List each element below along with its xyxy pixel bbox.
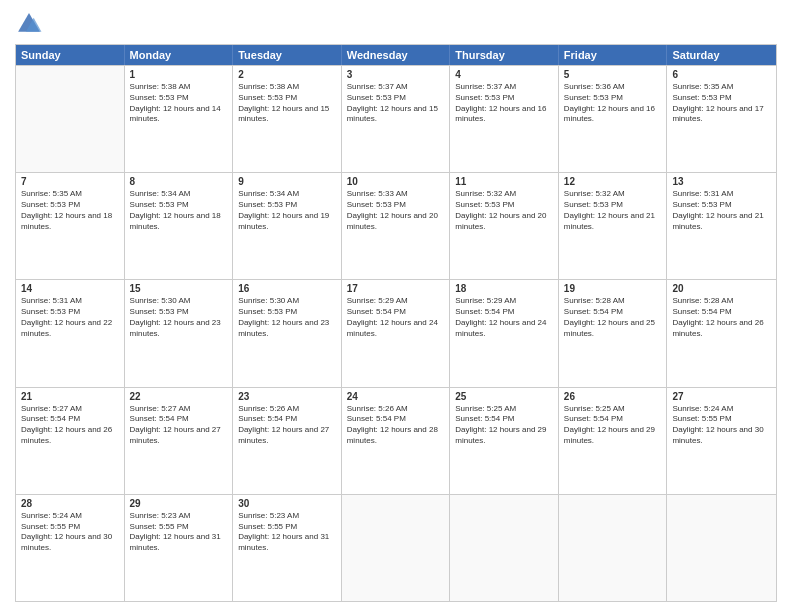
day-cell-8: 8Sunrise: 5:34 AMSunset: 5:53 PMDaylight… xyxy=(125,173,234,279)
day-cell-1: 1Sunrise: 5:38 AMSunset: 5:53 PMDaylight… xyxy=(125,66,234,172)
week-row-5: 28Sunrise: 5:24 AMSunset: 5:55 PMDayligh… xyxy=(16,494,776,601)
day-cell-24: 24Sunrise: 5:26 AMSunset: 5:54 PMDayligh… xyxy=(342,388,451,494)
day-cell-28: 28Sunrise: 5:24 AMSunset: 5:55 PMDayligh… xyxy=(16,495,125,601)
calendar: SundayMondayTuesdayWednesdayThursdayFrid… xyxy=(15,44,777,602)
day-number: 7 xyxy=(21,176,119,187)
day-number: 14 xyxy=(21,283,119,294)
day-cell-29: 29Sunrise: 5:23 AMSunset: 5:55 PMDayligh… xyxy=(125,495,234,601)
day-number: 30 xyxy=(238,498,336,509)
day-number: 4 xyxy=(455,69,553,80)
day-info: Sunrise: 5:23 AMSunset: 5:55 PMDaylight:… xyxy=(130,511,228,554)
day-info: Sunrise: 5:24 AMSunset: 5:55 PMDaylight:… xyxy=(672,404,771,447)
day-cell-23: 23Sunrise: 5:26 AMSunset: 5:54 PMDayligh… xyxy=(233,388,342,494)
day-number: 2 xyxy=(238,69,336,80)
week-row-2: 7Sunrise: 5:35 AMSunset: 5:53 PMDaylight… xyxy=(16,172,776,279)
week-row-1: 1Sunrise: 5:38 AMSunset: 5:53 PMDaylight… xyxy=(16,65,776,172)
day-number: 3 xyxy=(347,69,445,80)
week-row-3: 14Sunrise: 5:31 AMSunset: 5:53 PMDayligh… xyxy=(16,279,776,386)
day-info: Sunrise: 5:23 AMSunset: 5:55 PMDaylight:… xyxy=(238,511,336,554)
day-cell-16: 16Sunrise: 5:30 AMSunset: 5:53 PMDayligh… xyxy=(233,280,342,386)
empty-cell xyxy=(559,495,668,601)
day-number: 21 xyxy=(21,391,119,402)
day-cell-13: 13Sunrise: 5:31 AMSunset: 5:53 PMDayligh… xyxy=(667,173,776,279)
header-day-thursday: Thursday xyxy=(450,45,559,65)
day-cell-5: 5Sunrise: 5:36 AMSunset: 5:53 PMDaylight… xyxy=(559,66,668,172)
day-info: Sunrise: 5:35 AMSunset: 5:53 PMDaylight:… xyxy=(672,82,771,125)
day-number: 24 xyxy=(347,391,445,402)
day-cell-25: 25Sunrise: 5:25 AMSunset: 5:54 PMDayligh… xyxy=(450,388,559,494)
day-cell-10: 10Sunrise: 5:33 AMSunset: 5:53 PMDayligh… xyxy=(342,173,451,279)
day-number: 13 xyxy=(672,176,771,187)
day-cell-4: 4Sunrise: 5:37 AMSunset: 5:53 PMDaylight… xyxy=(450,66,559,172)
day-number: 20 xyxy=(672,283,771,294)
day-number: 12 xyxy=(564,176,662,187)
empty-cell xyxy=(16,66,125,172)
day-info: Sunrise: 5:34 AMSunset: 5:53 PMDaylight:… xyxy=(238,189,336,232)
empty-cell xyxy=(667,495,776,601)
day-info: Sunrise: 5:25 AMSunset: 5:54 PMDaylight:… xyxy=(564,404,662,447)
header-day-saturday: Saturday xyxy=(667,45,776,65)
day-number: 10 xyxy=(347,176,445,187)
day-info: Sunrise: 5:25 AMSunset: 5:54 PMDaylight:… xyxy=(455,404,553,447)
day-info: Sunrise: 5:29 AMSunset: 5:54 PMDaylight:… xyxy=(347,296,445,339)
day-info: Sunrise: 5:30 AMSunset: 5:53 PMDaylight:… xyxy=(238,296,336,339)
day-cell-27: 27Sunrise: 5:24 AMSunset: 5:55 PMDayligh… xyxy=(667,388,776,494)
day-cell-6: 6Sunrise: 5:35 AMSunset: 5:53 PMDaylight… xyxy=(667,66,776,172)
day-cell-3: 3Sunrise: 5:37 AMSunset: 5:53 PMDaylight… xyxy=(342,66,451,172)
day-number: 23 xyxy=(238,391,336,402)
day-number: 6 xyxy=(672,69,771,80)
day-info: Sunrise: 5:34 AMSunset: 5:53 PMDaylight:… xyxy=(130,189,228,232)
day-info: Sunrise: 5:27 AMSunset: 5:54 PMDaylight:… xyxy=(130,404,228,447)
day-info: Sunrise: 5:27 AMSunset: 5:54 PMDaylight:… xyxy=(21,404,119,447)
header-day-sunday: Sunday xyxy=(16,45,125,65)
day-cell-2: 2Sunrise: 5:38 AMSunset: 5:53 PMDaylight… xyxy=(233,66,342,172)
day-info: Sunrise: 5:24 AMSunset: 5:55 PMDaylight:… xyxy=(21,511,119,554)
day-cell-21: 21Sunrise: 5:27 AMSunset: 5:54 PMDayligh… xyxy=(16,388,125,494)
day-cell-14: 14Sunrise: 5:31 AMSunset: 5:53 PMDayligh… xyxy=(16,280,125,386)
day-number: 9 xyxy=(238,176,336,187)
header-day-wednesday: Wednesday xyxy=(342,45,451,65)
day-info: Sunrise: 5:28 AMSunset: 5:54 PMDaylight:… xyxy=(672,296,771,339)
day-number: 29 xyxy=(130,498,228,509)
day-info: Sunrise: 5:33 AMSunset: 5:53 PMDaylight:… xyxy=(347,189,445,232)
week-row-4: 21Sunrise: 5:27 AMSunset: 5:54 PMDayligh… xyxy=(16,387,776,494)
day-cell-20: 20Sunrise: 5:28 AMSunset: 5:54 PMDayligh… xyxy=(667,280,776,386)
day-number: 27 xyxy=(672,391,771,402)
day-cell-11: 11Sunrise: 5:32 AMSunset: 5:53 PMDayligh… xyxy=(450,173,559,279)
day-number: 28 xyxy=(21,498,119,509)
day-info: Sunrise: 5:28 AMSunset: 5:54 PMDaylight:… xyxy=(564,296,662,339)
logo xyxy=(15,10,47,38)
day-info: Sunrise: 5:26 AMSunset: 5:54 PMDaylight:… xyxy=(347,404,445,447)
day-info: Sunrise: 5:35 AMSunset: 5:53 PMDaylight:… xyxy=(21,189,119,232)
day-info: Sunrise: 5:31 AMSunset: 5:53 PMDaylight:… xyxy=(21,296,119,339)
day-number: 25 xyxy=(455,391,553,402)
day-info: Sunrise: 5:37 AMSunset: 5:53 PMDaylight:… xyxy=(347,82,445,125)
day-cell-7: 7Sunrise: 5:35 AMSunset: 5:53 PMDaylight… xyxy=(16,173,125,279)
day-info: Sunrise: 5:26 AMSunset: 5:54 PMDaylight:… xyxy=(238,404,336,447)
day-number: 8 xyxy=(130,176,228,187)
day-cell-19: 19Sunrise: 5:28 AMSunset: 5:54 PMDayligh… xyxy=(559,280,668,386)
empty-cell xyxy=(342,495,451,601)
day-info: Sunrise: 5:31 AMSunset: 5:53 PMDaylight:… xyxy=(672,189,771,232)
day-number: 15 xyxy=(130,283,228,294)
day-info: Sunrise: 5:36 AMSunset: 5:53 PMDaylight:… xyxy=(564,82,662,125)
day-number: 17 xyxy=(347,283,445,294)
day-number: 16 xyxy=(238,283,336,294)
header-day-monday: Monday xyxy=(125,45,234,65)
day-info: Sunrise: 5:32 AMSunset: 5:53 PMDaylight:… xyxy=(455,189,553,232)
day-cell-15: 15Sunrise: 5:30 AMSunset: 5:53 PMDayligh… xyxy=(125,280,234,386)
day-number: 22 xyxy=(130,391,228,402)
day-info: Sunrise: 5:30 AMSunset: 5:53 PMDaylight:… xyxy=(130,296,228,339)
day-cell-26: 26Sunrise: 5:25 AMSunset: 5:54 PMDayligh… xyxy=(559,388,668,494)
day-cell-17: 17Sunrise: 5:29 AMSunset: 5:54 PMDayligh… xyxy=(342,280,451,386)
logo-icon xyxy=(15,10,43,38)
header-day-friday: Friday xyxy=(559,45,668,65)
calendar-header: SundayMondayTuesdayWednesdayThursdayFrid… xyxy=(16,45,776,65)
header xyxy=(15,10,777,38)
day-number: 11 xyxy=(455,176,553,187)
day-info: Sunrise: 5:37 AMSunset: 5:53 PMDaylight:… xyxy=(455,82,553,125)
day-cell-9: 9Sunrise: 5:34 AMSunset: 5:53 PMDaylight… xyxy=(233,173,342,279)
day-info: Sunrise: 5:38 AMSunset: 5:53 PMDaylight:… xyxy=(238,82,336,125)
calendar-body: 1Sunrise: 5:38 AMSunset: 5:53 PMDaylight… xyxy=(16,65,776,601)
day-number: 5 xyxy=(564,69,662,80)
